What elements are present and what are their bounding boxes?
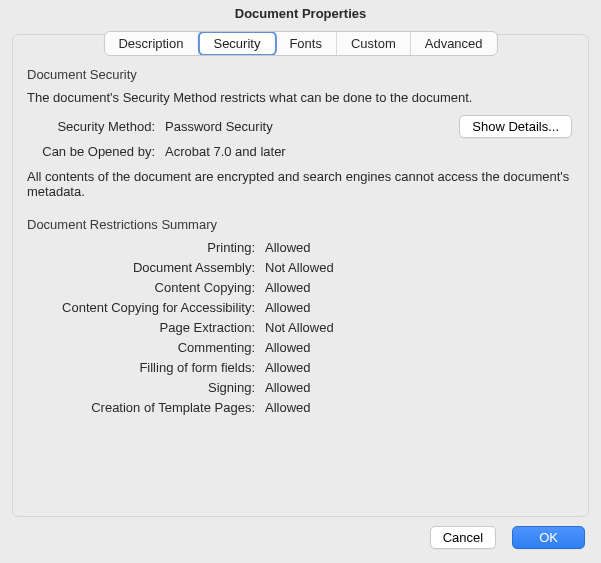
security-section: Document Security The document's Securit…	[25, 67, 576, 199]
opened-by-row: Can be Opened by: Acrobat 7.0 and later	[25, 144, 576, 159]
window-title: Document Properties	[0, 0, 601, 25]
security-heading: Document Security	[27, 67, 574, 82]
restriction-row: Page Extraction: Not Allowed	[25, 320, 576, 335]
show-details-button[interactable]: Show Details...	[459, 115, 572, 138]
security-method-label: Security Method:	[25, 119, 165, 134]
restriction-label: Commenting:	[25, 340, 265, 355]
restriction-row: Content Copying: Allowed	[25, 280, 576, 295]
restriction-value: Allowed	[265, 380, 311, 395]
tab-security[interactable]: Security	[197, 31, 276, 56]
restriction-value: Allowed	[265, 300, 311, 315]
restriction-value: Not Allowed	[265, 320, 334, 335]
restrictions-heading: Document Restrictions Summary	[27, 217, 574, 232]
dialog-footer: Cancel OK	[430, 526, 585, 549]
restriction-value: Allowed	[265, 400, 311, 415]
restriction-row: Filling of form fields: Allowed	[25, 360, 576, 375]
tab-description[interactable]: Description	[104, 32, 198, 55]
tab-bar: Description Security Fonts Custom Advanc…	[103, 31, 497, 56]
restriction-row: Document Assembly: Not Allowed	[25, 260, 576, 275]
restrictions-section: Document Restrictions Summary Printing: …	[25, 217, 576, 415]
restriction-label: Page Extraction:	[25, 320, 265, 335]
document-properties-window: Document Properties Description Security…	[0, 0, 601, 563]
tab-fonts[interactable]: Fonts	[275, 32, 337, 55]
restriction-row: Creation of Template Pages: Allowed	[25, 400, 576, 415]
restriction-row: Content Copying for Accessibility: Allow…	[25, 300, 576, 315]
security-method-row: Security Method: Password Security	[25, 119, 459, 134]
restriction-label: Content Copying for Accessibility:	[25, 300, 265, 315]
opened-by-value: Acrobat 7.0 and later	[165, 144, 576, 159]
security-method-value: Password Security	[165, 119, 459, 134]
restriction-label: Printing:	[25, 240, 265, 255]
restriction-value: Allowed	[265, 340, 311, 355]
tab-advanced[interactable]: Advanced	[411, 32, 497, 55]
restriction-label: Filling of form fields:	[25, 360, 265, 375]
restrictions-table: Printing: Allowed Document Assembly: Not…	[25, 240, 576, 415]
encrypted-note: All contents of the document are encrypt…	[27, 169, 574, 199]
content-panel: Description Security Fonts Custom Advanc…	[12, 34, 589, 517]
restriction-row: Commenting: Allowed	[25, 340, 576, 355]
restriction-row: Printing: Allowed	[25, 240, 576, 255]
restriction-value: Allowed	[265, 280, 311, 295]
restriction-label: Document Assembly:	[25, 260, 265, 275]
restriction-value: Allowed	[265, 360, 311, 375]
ok-button[interactable]: OK	[512, 526, 585, 549]
restriction-label: Creation of Template Pages:	[25, 400, 265, 415]
restriction-label: Content Copying:	[25, 280, 265, 295]
cancel-button[interactable]: Cancel	[430, 526, 496, 549]
restriction-label: Signing:	[25, 380, 265, 395]
security-intro: The document's Security Method restricts…	[27, 90, 574, 105]
restriction-value: Allowed	[265, 240, 311, 255]
tab-custom[interactable]: Custom	[337, 32, 411, 55]
opened-by-label: Can be Opened by:	[25, 144, 165, 159]
restriction-value: Not Allowed	[265, 260, 334, 275]
restriction-row: Signing: Allowed	[25, 380, 576, 395]
